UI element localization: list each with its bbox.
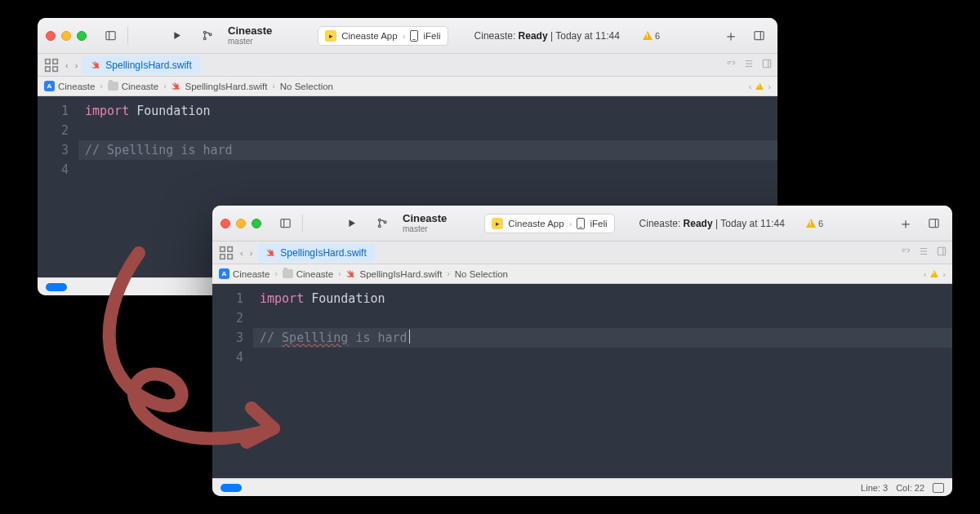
svg-rect-25 xyxy=(220,254,225,259)
text-cursor xyxy=(409,330,410,343)
run-destination[interactable]: ▸ Cineaste App › iFeli xyxy=(318,26,448,46)
code-area[interactable]: import Foundation // Spellling is hard xyxy=(253,284,952,478)
code-line-current: // Spellling is hard xyxy=(78,140,777,160)
forward-icon[interactable]: › xyxy=(72,60,82,70)
warning-count: 6 xyxy=(655,31,660,41)
chevron-right-icon: › xyxy=(270,82,276,91)
add-button[interactable]: ＋ xyxy=(895,213,916,234)
svg-rect-23 xyxy=(220,246,225,251)
tab-bar: ‹ › SpellingIsHard.swift xyxy=(38,54,777,77)
svg-rect-14 xyxy=(763,60,770,67)
chevron-right-icon: › xyxy=(98,82,104,91)
adjust-editor-icon[interactable] xyxy=(743,58,755,72)
tab-filename: SpellingIsHard.swift xyxy=(105,60,191,71)
toggle-inspectors-button[interactable] xyxy=(923,213,944,234)
warning-icon[interactable] xyxy=(756,82,764,90)
activity-status: Cineaste: Ready | Today at 11:44 xyxy=(474,30,620,42)
crumb-file[interactable]: SpellingIsHard.swift xyxy=(345,268,442,279)
tab-bar: ‹ › SpellingIsHard.swift xyxy=(212,241,952,264)
code-review-icon[interactable] xyxy=(725,58,737,72)
scheme-branch: master xyxy=(403,224,447,233)
crumb-group[interactable]: Cineaste xyxy=(108,82,158,91)
chevron-right-icon: › xyxy=(273,269,278,278)
svg-point-2 xyxy=(203,31,206,33)
debug-indicator[interactable] xyxy=(46,283,67,291)
svg-rect-8 xyxy=(53,59,58,64)
run-target-app: Cineaste App xyxy=(341,31,397,41)
code-editor[interactable]: 1 2 3 4 import Foundation // Spellling i… xyxy=(212,284,952,478)
svg-rect-9 xyxy=(46,66,51,71)
back-icon[interactable]: ‹ xyxy=(237,248,247,258)
swift-icon xyxy=(265,247,276,258)
add-button[interactable]: ＋ xyxy=(720,25,742,47)
breadcrumb[interactable]: ACineaste › Cineaste › SpellingIsHard.sw… xyxy=(38,77,777,96)
scheme-selector[interactable]: Cineaste master xyxy=(403,213,447,233)
svg-point-3 xyxy=(203,38,206,40)
chevron-right-icon[interactable]: › xyxy=(768,82,771,91)
project-icon: A xyxy=(219,268,229,279)
zoom-icon[interactable] xyxy=(77,31,87,41)
crumb-file[interactable]: SpellingIsHard.swift xyxy=(171,81,267,91)
close-icon[interactable] xyxy=(220,219,230,228)
history-nav[interactable]: ‹ › xyxy=(237,248,256,258)
toolbar: Cineaste master ▸ Cineaste App › iFeli C… xyxy=(38,18,777,54)
related-items-button[interactable] xyxy=(217,244,235,262)
warning-icon[interactable] xyxy=(931,270,939,277)
chevron-right-icon: › xyxy=(569,219,572,228)
close-icon[interactable] xyxy=(46,31,56,41)
xcode-window-after: Cineaste master ▸ Cineaste App › iFeli C… xyxy=(212,206,952,496)
debug-indicator[interactable] xyxy=(220,484,242,492)
minimize-icon[interactable] xyxy=(61,31,71,41)
svg-rect-30 xyxy=(938,247,945,255)
tab-file[interactable]: SpellingIsHard.swift xyxy=(257,244,374,262)
code-line xyxy=(78,160,777,179)
swift-icon xyxy=(171,81,181,91)
run-target-device: iFeli xyxy=(423,31,440,41)
breadcrumb[interactable]: ACineaste › Cineaste › SpellingIsHard.sw… xyxy=(212,264,952,284)
run-destination[interactable]: ▸ Cineaste App › iFeli xyxy=(484,214,614,233)
chevron-right-icon: › xyxy=(445,269,451,278)
device-icon xyxy=(577,218,585,229)
chevron-right-icon[interactable]: › xyxy=(942,269,946,279)
svg-rect-16 xyxy=(280,219,289,228)
crumb-selection[interactable]: No Selection xyxy=(280,82,333,91)
crumb-project[interactable]: ACineaste xyxy=(219,268,270,279)
forward-icon[interactable]: › xyxy=(247,248,256,258)
minimap-toggle-icon[interactable] xyxy=(761,58,773,72)
zoom-icon[interactable] xyxy=(252,219,261,228)
status-bar: Line: 3 Col: 22 xyxy=(212,478,952,496)
activity-status: Cineaste: Ready | Today at 11:44 xyxy=(639,218,785,229)
svg-rect-10 xyxy=(53,66,58,71)
minimap-toggle-icon[interactable] xyxy=(936,246,947,259)
issues-indicator[interactable]: 6 xyxy=(806,219,823,228)
toolbar: Cineaste master ▸ Cineaste App › iFeli C… xyxy=(212,206,952,241)
history-nav[interactable]: ‹ › xyxy=(62,60,81,70)
chevron-left-icon[interactable]: ‹ xyxy=(924,269,927,279)
minimize-icon[interactable] xyxy=(236,219,246,228)
code-review-icon[interactable] xyxy=(900,246,911,259)
related-items-button[interactable] xyxy=(42,56,60,74)
cursor-col: Col: 22 xyxy=(896,483,924,493)
crumb-selection[interactable]: No Selection xyxy=(455,269,508,279)
scheme-selector[interactable]: Cineaste master xyxy=(228,25,272,46)
run-button[interactable] xyxy=(166,25,187,47)
back-icon[interactable]: ‹ xyxy=(62,60,72,70)
tab-file[interactable]: SpellingIsHard.swift xyxy=(82,56,199,74)
chevron-right-icon: › xyxy=(403,31,406,41)
chevron-left-icon[interactable]: ‹ xyxy=(749,82,752,91)
toggle-bottom-panel-icon[interactable] xyxy=(933,483,944,493)
warning-icon xyxy=(806,219,816,228)
toggle-inspectors-button[interactable] xyxy=(748,25,769,47)
scheme-branch-icon[interactable] xyxy=(372,213,393,234)
toggle-navigator-button[interactable] xyxy=(274,213,296,234)
crumb-project[interactable]: ACineaste xyxy=(44,81,95,91)
adjust-editor-icon[interactable] xyxy=(918,246,929,259)
svg-rect-0 xyxy=(105,32,114,40)
crumb-group[interactable]: Cineaste xyxy=(283,269,333,279)
issues-indicator[interactable]: 6 xyxy=(643,31,660,41)
scheme-branch-icon[interactable] xyxy=(197,25,218,47)
scheme-branch: master xyxy=(228,37,272,46)
toggle-navigator-button[interactable] xyxy=(100,25,121,47)
svg-point-18 xyxy=(378,219,381,221)
run-button[interactable] xyxy=(341,213,362,234)
